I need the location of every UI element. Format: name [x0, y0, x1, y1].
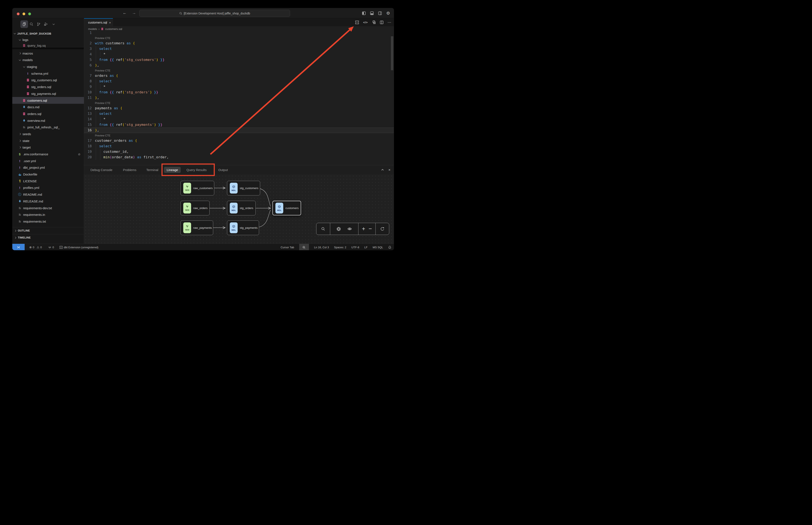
close-tab-icon[interactable]: × [109, 21, 111, 25]
explorer-root-header[interactable]: JAFFLE_SHOP_DUCKDB [14, 31, 51, 36]
tree-item-requirements-in[interactable]: requirements.in [12, 211, 84, 218]
toggle-sidebar-icon[interactable] [362, 12, 366, 15]
dbt-icon [59, 246, 63, 249]
tree-item-customers-selected[interactable]: customers.sql [12, 97, 84, 104]
panel-tab-output[interactable]: Output [218, 165, 228, 175]
tree-item-requirements-dev[interactable]: requirements-dev.txt [12, 205, 84, 211]
more-actions-icon[interactable]: ⋯ [387, 20, 392, 25]
toggle-secondary-sidebar-icon[interactable] [378, 12, 382, 15]
aperture-icon[interactable] [336, 227, 341, 231]
cursor-position-status[interactable]: Ln 16, Col 3 [314, 246, 329, 249]
lineage-node-customers-selected[interactable]: MDL customers [272, 201, 301, 215]
tree-item-release[interactable]: RELEASE.md [12, 198, 84, 205]
ports-status[interactable]: 0 [48, 246, 54, 249]
lineage-search-button[interactable] [316, 223, 330, 235]
tree-item-stg-payments[interactable]: stg_payments.sql [12, 90, 84, 97]
tree-item-staging[interactable]: staging [12, 63, 84, 70]
tree-item-user-yml[interactable]: !.user.yml [12, 158, 84, 164]
language-mode-status[interactable]: MS SQL [373, 246, 383, 249]
status-bar: ⊗0 ⚠0 0 dbt Extension (unregistered) Cur… [12, 244, 394, 251]
dbt-extension-status[interactable]: dbt Extension (unregistered) [59, 246, 98, 249]
toggle-panel-icon[interactable] [370, 12, 374, 15]
tree-item-docs-md[interactable]: docs.md [12, 104, 84, 110]
zoom-out-button[interactable]: − [369, 226, 372, 232]
close-panel-icon[interactable]: × [388, 168, 390, 172]
tree-item-orders-sql[interactable]: orders.sql [12, 110, 84, 117]
outline-section[interactable]: OUTLINE [12, 227, 84, 234]
cursor-tab-status[interactable]: Cursor Tab [281, 246, 294, 249]
lineage-node-raw-customers[interactable]: SED raw_customers [180, 181, 214, 195]
dbt-icon[interactable] [355, 20, 359, 25]
eol-status[interactable]: LF [364, 246, 368, 249]
forward-button[interactable]: → [131, 11, 137, 15]
tree-item-print-full-refresh[interactable]: print_full_refresh._sql_ [12, 124, 84, 131]
panel-tab-terminal[interactable]: Terminal [146, 165, 158, 175]
panel-tab-problems[interactable]: Problems [123, 165, 136, 175]
tree-item-readme[interactable]: ⓘREADME.md [12, 191, 84, 198]
zoom-status[interactable] [299, 244, 309, 251]
tree-item-seeds[interactable]: seeds [12, 131, 84, 137]
tree-item-query-log[interactable]: query_log.sq [12, 43, 84, 48]
close-window-button[interactable] [17, 13, 19, 15]
tree-item-stg-customers[interactable]: stg_customers.sql [12, 77, 84, 84]
tree-item-dockerfile[interactable]: Dockerfile [12, 171, 84, 178]
tree-item-logs[interactable]: logs [12, 36, 84, 43]
lineage-node-raw-payments[interactable]: SED raw_payments [180, 221, 213, 235]
tree-item-target[interactable]: target [12, 144, 84, 151]
tree-item-state[interactable]: state [12, 137, 84, 144]
remote-indicator[interactable] [12, 244, 25, 251]
tree-item-license[interactable]: LICENSE [12, 178, 84, 184]
panel-tab-lineage-active[interactable]: Lineage [164, 167, 181, 173]
split-editor-icon[interactable] [380, 20, 383, 24]
lineage-canvas[interactable]: SED raw_customers MDL stg_customers SED … [84, 175, 394, 244]
tree-item-overview-md[interactable]: overview.md [12, 117, 84, 124]
problems-status[interactable]: ⊗0 ⚠0 [29, 245, 42, 249]
collapse-panel-chevron-icon[interactable] [381, 168, 384, 171]
lineage-node-stg-customers[interactable]: MDL stg_customers [227, 181, 260, 195]
visibility-eye-icon[interactable] [347, 226, 352, 231]
compiled-code-icon[interactable]: </> [363, 21, 368, 24]
tree-item-env-conformance[interactable]: $.env.conformance⊘ [12, 151, 84, 158]
encoding-status[interactable]: UTF-8 [351, 246, 359, 249]
search-view-icon[interactable] [28, 20, 35, 28]
zoom-in-button[interactable]: + [362, 226, 365, 232]
minimize-window-button[interactable] [23, 13, 25, 15]
editor-scrollbar[interactable] [391, 36, 393, 70]
notifications-bell[interactable] [388, 246, 392, 249]
lineage-node-stg-orders[interactable]: MDL stg_orders [227, 201, 256, 215]
tree-item-macros[interactable]: macros [12, 50, 84, 57]
tree-item-models[interactable]: models [12, 57, 84, 63]
panel-tab-query-results[interactable]: Query Results [187, 165, 207, 175]
sticky-scroll-shadow [12, 48, 84, 50]
query-results-table-icon[interactable] [372, 20, 376, 25]
editor-actions: </> ⋯ [355, 18, 392, 26]
lineage-refresh-button[interactable] [375, 223, 389, 235]
model-badge: MDL [230, 202, 238, 213]
settings-gear-icon[interactable]: ⚙ [386, 11, 390, 15]
code-editor[interactable]: 1Preview CTE2with customers as (3 select… [84, 30, 394, 165]
tree-item-schema-yml[interactable]: !schema.yml [12, 70, 84, 77]
command-center-search[interactable]: [Extension Development Host] jaffle_shop… [139, 10, 290, 17]
tree-item-requirements-txt[interactable]: requirements.txt [12, 218, 84, 225]
chevron-right-icon [14, 230, 16, 232]
tree-item-dbt-project-yml[interactable]: !dbt_project.yml [12, 164, 84, 171]
indentation-status[interactable]: Spaces: 2 [334, 246, 346, 249]
bottom-panel: Debug Console Problems Terminal Lineage … [84, 165, 394, 244]
source-control-icon[interactable] [35, 20, 43, 28]
tree-item-stg-orders[interactable]: stg_orders.sql [12, 84, 84, 90]
panel-tab-debug-console[interactable]: Debug Console [90, 165, 112, 175]
back-button[interactable]: ← [122, 11, 128, 15]
chevron-down-icon [14, 32, 16, 34]
model-badge: MDL [276, 202, 283, 213]
explorer-icon[interactable] [20, 20, 28, 28]
activity-bar [12, 20, 84, 29]
tab-customers-sql[interactable]: customers.sql × [84, 18, 113, 26]
run-debug-icon[interactable] [42, 20, 50, 28]
lineage-node-stg-payments[interactable]: MDL stg_payments [227, 221, 259, 235]
lineage-node-raw-orders[interactable]: SED raw_orders [180, 201, 210, 215]
bell-icon [388, 246, 392, 249]
maximize-window-button[interactable] [28, 13, 31, 15]
tree-item-profiles-yml[interactable]: !profiles.yml [12, 184, 84, 191]
more-views-chevron-icon[interactable] [50, 20, 57, 28]
timeline-section[interactable]: TIMELINE [12, 234, 84, 241]
